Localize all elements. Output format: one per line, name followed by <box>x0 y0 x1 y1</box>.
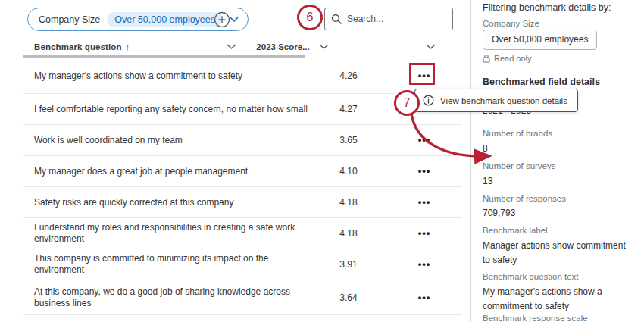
benchmark-question-cell: I feel comfortable reporting any safety … <box>34 104 314 115</box>
table-row: My manager's actions show a commitment t… <box>23 58 462 94</box>
score-cell: 4.26 <box>314 70 383 81</box>
annotation-step-circle-6: 6 <box>297 5 323 30</box>
benchmark-editor-screen: Company Size Over 50,000 employees Bench <box>0 0 644 322</box>
lock-icon <box>483 54 490 63</box>
read-only-label: Read only <box>494 54 532 63</box>
score-cell: 4.27 <box>314 104 383 114</box>
row-actions-menu-icon[interactable]: ••• <box>409 261 439 268</box>
column-header-benchmark-question[interactable]: Benchmark question <box>34 42 122 52</box>
benchmark-question-cell: Work is well coordinated on my team <box>34 135 314 146</box>
benchmarked-field-details-heading: Benchmarked field details <box>483 77 600 87</box>
read-only-indicator: Read only <box>483 54 532 63</box>
table-row: I understand my roles and responsibiliti… <box>23 218 462 249</box>
search-icon <box>331 14 342 24</box>
search-box[interactable] <box>324 8 453 30</box>
row-actions-menu-icon[interactable]: ••• <box>409 167 439 175</box>
score-cell: 4.10 <box>314 166 383 177</box>
chevron-down-icon <box>230 17 239 23</box>
table-row: My manager does a great job at people ma… <box>23 156 462 187</box>
table-header-row: Benchmark question ↑ 2023 Score... <box>23 39 462 55</box>
benchmark-question-cell: This company is committed to minimizing … <box>34 253 314 276</box>
column-header-2023-score[interactable]: 2023 Score... <box>256 42 309 52</box>
field-value-number-of-brands: 8 <box>483 142 488 156</box>
view-benchmark-question-details-menu-item[interactable]: View benchmark question details <box>414 89 578 112</box>
field-label-number-of-brands: Number of brands <box>483 129 552 138</box>
row-actions-menu-icon[interactable]: ••• <box>409 199 439 206</box>
field-value-benchmark-label: Manager actions show commitment to safet… <box>483 239 634 267</box>
plus-circle-icon <box>214 17 230 30</box>
benchmark-question-cell: Safety risks are quickly corrected at th… <box>34 197 314 208</box>
annotation-step-circle-7: 7 <box>394 90 420 116</box>
filter-value-chip: Over 50,000 employees <box>107 12 223 27</box>
score-column-menu-chevron-icon[interactable] <box>319 44 329 50</box>
table-row: Work is well coordinated on my team 3.65… <box>23 125 462 156</box>
field-label-number-of-responses: Number of responses <box>483 194 566 203</box>
benchmark-details-sidebar: Filtering benchmark details by: Company … <box>483 0 638 322</box>
filter-label: Company Size <box>39 14 100 25</box>
sidebar-title: Filtering benchmark details by: <box>483 2 611 13</box>
field-label-benchmark-label: Benchmark label <box>483 226 548 235</box>
annotation-step-number: 7 <box>404 96 411 110</box>
score-cell: 3.65 <box>314 135 383 145</box>
score-cell: 3.64 <box>314 292 383 303</box>
score-cell: 3.91 <box>314 259 383 270</box>
info-icon <box>423 95 434 106</box>
table-row: Safety risks are quickly corrected at th… <box>23 187 462 218</box>
field-label-benchmark-response-scale: Benchmark response scale <box>483 314 588 322</box>
annotation-step-number: 6 <box>307 11 314 24</box>
row-actions-menu-icon[interactable]: ••• <box>409 230 439 237</box>
sidebar-filter-label: Company Size <box>483 19 539 28</box>
row-actions-menu-icon[interactable]: ••• <box>409 136 439 144</box>
benchmark-question-cell: My manager does a great job at people ma… <box>34 166 314 177</box>
row-actions-menu-icon[interactable]: ••• <box>409 294 439 302</box>
sort-ascending-icon[interactable]: ↑ <box>126 42 130 52</box>
add-filter-button[interactable] <box>214 11 230 28</box>
field-value-benchmark-question-text: My manager's actions show a commitment t… <box>483 285 619 314</box>
sidebar-filter-value-field: Over 50,000 employees <box>483 30 597 50</box>
benchmark-table: Benchmark question ↑ 2023 Score... My ma… <box>23 39 462 315</box>
benchmark-question-cell: I understand my roles and responsibiliti… <box>34 222 314 245</box>
score-cell: 4.18 <box>314 228 383 239</box>
horizontal-scrollbar-thumb[interactable] <box>23 55 305 58</box>
annotation-highlight-box <box>409 63 435 85</box>
search-input[interactable] <box>347 14 446 24</box>
actions-column-menu-chevron-icon[interactable] <box>426 44 436 50</box>
table-row: This company is committed to minimizing … <box>23 249 462 280</box>
field-label-benchmark-question-text: Benchmark question text <box>483 272 579 281</box>
benchmark-question-cell: My manager's actions show a commitment t… <box>34 70 314 82</box>
table-row: At this company, we do a good job of sha… <box>23 280 462 315</box>
benchmark-question-cell: At this company, we do a good job of sha… <box>34 286 314 309</box>
field-label-number-of-surveys: Number of surveys <box>483 161 556 170</box>
field-value-number-of-surveys: 13 <box>483 174 492 189</box>
table-header-divider <box>23 55 462 58</box>
sidebar-divider <box>470 0 471 322</box>
question-column-menu-chevron-icon[interactable] <box>227 44 236 50</box>
menu-item-label: View benchmark question details <box>440 96 567 105</box>
field-value-number-of-responses: 709,793 <box>483 206 515 220</box>
score-cell: 4.18 <box>314 197 383 208</box>
